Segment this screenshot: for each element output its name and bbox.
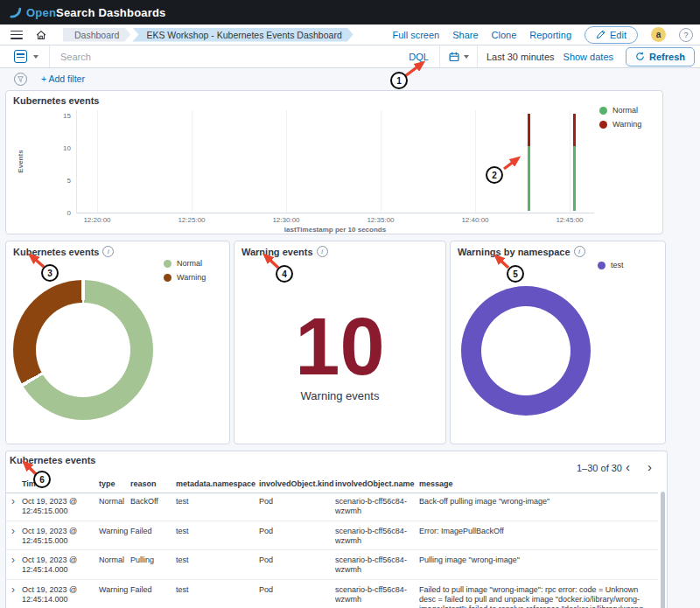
pagination-next-icon[interactable]: › [648,459,652,474]
panel-kubernetes-events-table: Kubernetes events 1–30 of 30 ‹ › Time ty… [5,451,668,608]
panel-title: Kubernetes eventsi [13,246,114,257]
clone-link[interactable]: Clone [492,30,517,40]
cell-type: Warning [99,521,130,540]
panel-warnings-by-namespace: Warnings by namespacei test [450,241,666,444]
metric-caption: Warning events [234,389,445,402]
header-spacer [8,476,22,493]
annotation-step-3: 3 [41,264,59,282]
column-header-name[interactable]: involvedObject.name [335,476,414,493]
search-input[interactable] [59,51,398,63]
edit-button[interactable]: Edit [584,26,638,44]
legend-dot [599,107,607,115]
bar-normal-segment[interactable] [528,146,530,211]
table-scrollbar[interactable] [661,492,665,608]
bar-warning-segment[interactable] [573,114,576,146]
refresh-icon [635,52,645,61]
x-tick: 12:40:00 [449,216,501,224]
table-header: Time type reason metadata.namespace invo… [6,476,658,493]
table-row: › Oct 19, 2023 @ 12:45:15.000 Warning Fa… [6,521,658,551]
breadcrumb-dashboard[interactable]: Dashboard [63,28,130,42]
column-header-namespace[interactable]: metadata.namespace [176,476,259,493]
info-icon[interactable]: i [574,246,585,257]
column-header-kind[interactable]: involvedObject.kind [259,476,335,493]
breadcrumb-current-dashboard[interactable]: EKS Workshop - Kubernetes Events Dashboa… [132,28,353,42]
pencil-icon [596,30,606,39]
date-picker-button[interactable] [449,52,469,62]
panel-kubernetes-events-histogram: Kubernetes events Events 15 10 5 0 12:20… [5,90,663,234]
menu-icon[interactable] [10,31,23,39]
y-tick: 0 [52,209,71,217]
namespace-donut-chart[interactable] [461,286,591,416]
legend-item-normal[interactable]: Normal [164,259,206,268]
cell-name: scenario-b-cff56c84-wzwmh [335,492,414,521]
column-header-type[interactable]: type [99,476,130,493]
x-tick: 12:20:00 [71,216,123,224]
table-row: › Oct 19, 2023 @ 12:45:14.000 Warning Fa… [6,580,658,608]
donut-legend: Normal Warning [164,259,206,282]
cell-name: scenario-b-cff56c84-wzwmh [335,550,414,579]
bar-normal-segment[interactable] [573,146,576,211]
pagination-label: 1–30 of 30 [577,463,622,473]
cell-reason: Failed [130,580,176,598]
info-icon[interactable]: i [102,246,114,257]
cell-reason: Pulling [130,550,176,569]
bar-warning-segment[interactable] [528,114,530,146]
add-filter-button[interactable]: + Add filter [41,73,85,84]
user-avatar[interactable]: a [651,27,666,42]
reporting-link[interactable]: Reporting [529,30,571,40]
expand-row-icon[interactable]: › [8,550,22,568]
query-language-button[interactable]: DQL [398,52,439,62]
annotation-step-1: 1 [390,72,408,89]
full-screen-link[interactable]: Full screen [392,30,439,40]
cell-message: Error: ImagePullBackOff [414,521,658,540]
expand-row-icon[interactable]: › [8,580,22,598]
events-donut-chart[interactable] [13,280,153,420]
column-header-reason[interactable]: reason [130,476,176,493]
opensearch-logo[interactable]: OpenSearch Dashboards [9,6,166,19]
annotation-step-5: 5 [507,265,524,283]
time-range-value[interactable]: Last 30 minutes [478,52,564,62]
cell-kind: Pod [259,492,335,510]
separator [439,45,440,67]
home-icon[interactable] [35,29,47,41]
legend-dot [164,274,172,282]
legend-item-normal[interactable]: Normal [599,106,641,115]
query-filter-icon[interactable] [14,50,27,63]
cell-namespace: test [176,492,259,510]
cell-message: Back-off pulling image "wrong-image" [414,492,658,510]
expand-row-icon[interactable]: › [8,492,22,509]
info-icon[interactable]: i [317,246,328,257]
legend-item-warning[interactable]: Warning [599,120,641,129]
cell-reason: BackOff [130,492,176,510]
pagination-prev-icon[interactable]: ‹ [626,459,630,474]
filter-row: + Add filter [0,68,700,89]
stacked-bar[interactable] [573,114,576,211]
cell-name: scenario-b-cff56c84-wzwmh [335,521,414,550]
stacked-bar[interactable] [528,114,530,211]
gridline [475,110,476,213]
cell-kind: Pod [259,521,335,540]
filter-options-icon[interactable] [14,73,27,86]
cell-name: scenario-b-cff56c84-wzwmh [335,580,414,608]
refresh-button[interactable]: Refresh [626,47,695,66]
cell-time: Oct 19, 2023 @ 12:45:15.000 [22,492,99,521]
query-filter-chevron-icon[interactable] [33,55,38,59]
separator [49,45,50,67]
column-header-message[interactable]: message [414,476,658,493]
annotation-step-6: 6 [33,471,51,488]
cell-namespace: test [176,550,259,569]
legend-item-test[interactable]: test [598,261,624,269]
x-axis-line [76,213,594,213]
gridline [97,110,98,213]
histogram-legend: Normal Warning [599,106,641,129]
share-link[interactable]: Share [452,30,478,40]
x-tick: 12:25:00 [165,216,218,224]
table-row: › Oct 19, 2023 @ 12:45:15.000 Normal Bac… [6,492,658,521]
help-icon[interactable]: ? [679,28,693,42]
legend-item-warning[interactable]: Warning [164,273,206,282]
nav-bar: Dashboard EKS Workshop - Kubernetes Even… [0,24,700,45]
show-dates-link[interactable]: Show dates [564,52,626,62]
y-tick: 10 [52,144,71,152]
cell-type: Normal [99,550,130,569]
expand-row-icon[interactable]: › [8,521,22,539]
